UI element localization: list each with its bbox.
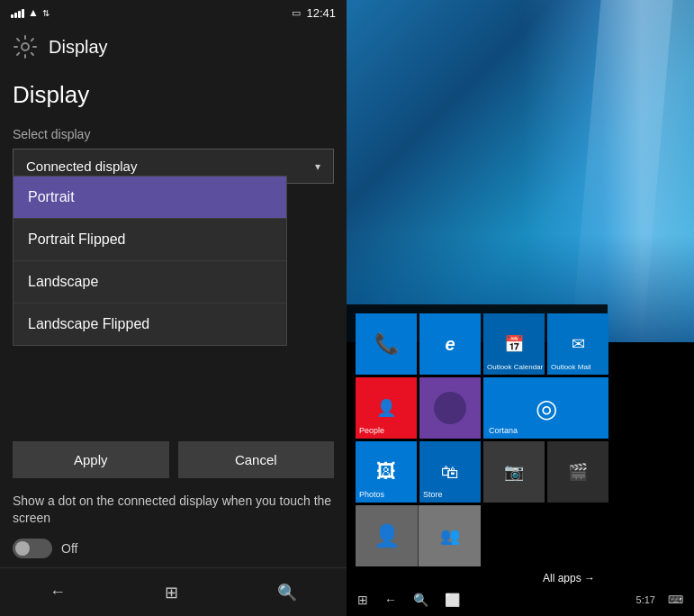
tile-movies[interactable]: 🎬 [547,441,608,503]
calendar-icon: 📅 [504,334,524,354]
status-left: ▲ ⇅ [11,6,50,19]
contacts-photo-area: 👤 👥 [356,505,481,566]
battery-icon: ▭ [292,7,301,19]
cancel-button[interactable]: Cancel [178,441,335,478]
left-panel: ▲ ⇅ ▭ 12:41 Display Display Select displ… [0,0,347,616]
status-right: ▭ 12:41 [292,6,336,20]
page-heading: Display [13,81,334,109]
search-button[interactable]: 🔍 [259,575,315,610]
toggle-state-label: Off [61,541,77,556]
chevron-down-icon: ▾ [315,160,320,173]
option-portrait-flipped-label: Portrait Flipped [28,231,126,247]
all-apps-link[interactable]: All apps → [543,572,595,584]
display-select-value: Connected display [26,159,137,174]
title-bar-label: Display [49,37,108,58]
tile-outlook-calendar-label: Outlook Calendar [487,363,543,371]
cortana-icon: ◎ [536,394,557,423]
settings-gear-icon [13,34,38,59]
wifi-icon: ▲ [28,6,39,19]
svg-point-0 [22,43,29,50]
taskbar: ⊞ ← 🔍 ⬜ 5:17 ⌨ [347,584,694,616]
action-buttons: Apply Cancel [0,441,347,478]
taskbar-task-view-icon[interactable]: ⬜ [439,589,465,611]
contact-photo-2: 👥 [419,505,481,566]
tile-cortana-label: Cortana [489,426,518,435]
touch-dot-toggle-row: Off [13,539,334,558]
touch-dot-description: Show a dot on the connected display when… [13,493,334,528]
taskbar-right: 5:17 ⌨ [636,590,689,610]
tile-cortana[interactable]: ◎ Cortana [483,377,608,439]
option-landscape[interactable]: Landscape [14,261,286,303]
taskbar-back-icon[interactable]: ← [379,589,402,611]
taskbar-windows-icon[interactable]: ⊞ [352,589,374,611]
title-bar: Display [0,25,347,68]
tile-photos[interactable]: 🖼 Photos [356,441,417,503]
tile-outlook-calendar[interactable]: 📅 Outlook Calendar [483,313,545,375]
option-landscape-flipped[interactable]: Landscape Flipped [14,303,286,345]
tile-outlook-mail[interactable]: ✉ Outlook Mail [547,313,608,375]
tile-contacts-photo[interactable]: 👤 👥 [356,505,481,566]
touch-dot-toggle[interactable] [13,539,52,558]
tile-outlook-mail-label: Outlook Mail [551,363,590,371]
right-panel: 📞 e 📅 Outlook Calendar ✉ Outlook Mail 👤 … [347,0,694,616]
option-portrait[interactable]: Portrait [14,177,286,219]
phone-icon: 📞 [374,332,399,356]
tile-store[interactable]: 🛍 Store [419,441,481,503]
movies-icon: 🎬 [568,462,588,482]
taskbar-time: 5:17 [636,594,655,605]
start-menu-area: 📞 e 📅 Outlook Calendar ✉ Outlook Mail 👤 … [347,304,608,584]
apply-button[interactable]: Apply [13,441,169,478]
signal-icon [11,7,24,18]
home-button[interactable]: ⊞ [147,575,196,610]
bottom-nav: ← ⊞ 🔍 [0,567,347,616]
back-button[interactable]: ← [32,575,84,609]
tiles-grid: 📞 e 📅 Outlook Calendar ✉ Outlook Mail 👤 … [356,313,599,566]
status-bar: ▲ ⇅ ▭ 12:41 [0,0,347,25]
photos-icon: 🖼 [376,460,396,484]
time-display: 12:41 [306,6,336,20]
taskbar-search-icon[interactable]: 🔍 [408,589,434,611]
tile-photos-label: Photos [359,490,384,499]
option-landscape-flipped-label: Landscape Flipped [28,316,149,331]
option-portrait-flipped[interactable]: Portrait Flipped [14,219,286,261]
camera-icon: 📷 [504,462,524,482]
edge-icon: e [445,334,455,355]
contact-photo-1: 👤 [356,505,419,566]
tile-purple[interactable] [419,377,481,439]
option-landscape-label: Landscape [28,274,98,289]
tile-phone[interactable]: 📞 [356,313,417,375]
data-icon: ⇅ [42,8,50,18]
tile-camera[interactable]: 📷 [483,441,545,503]
tile-people-label: People [359,426,384,435]
tile-people[interactable]: 👤 People [356,377,417,439]
people-icon: 👤 [376,398,396,418]
tile-edge[interactable]: e [419,313,481,375]
orientation-dropdown-popup: Portrait Portrait Flipped Landscape Land… [13,176,287,346]
desktop-background [347,0,694,342]
touch-dot-section: Show a dot on the connected display when… [0,478,347,567]
tile-store-label: Store [423,490,443,499]
store-icon: 🛍 [441,462,459,483]
mail-icon: ✉ [572,334,585,354]
toggle-thumb [15,541,30,556]
taskbar-keyboard-icon[interactable]: ⌨ [662,590,689,610]
purple-tile-icon [434,392,466,424]
option-portrait-label: Portrait [28,189,75,204]
select-display-label: Select display [13,127,334,141]
